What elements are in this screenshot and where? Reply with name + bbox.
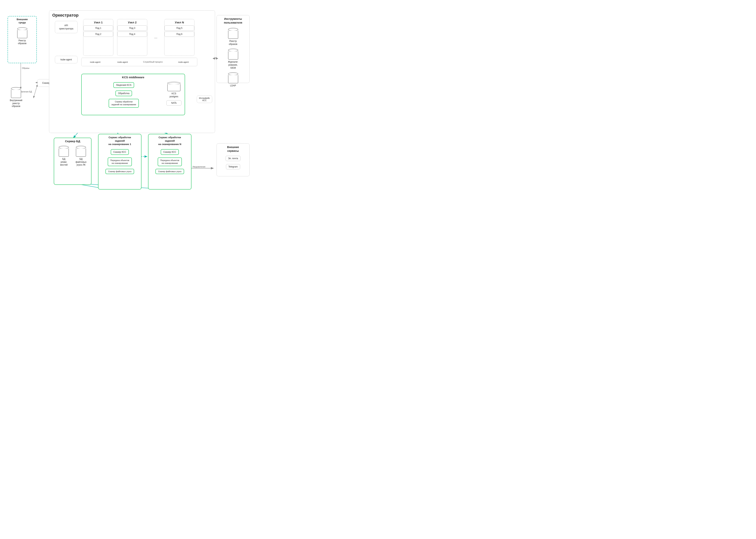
pod2-box: Под 2 — [83, 32, 113, 37]
email-label: Эл. почта — [228, 157, 238, 160]
pod5-box: Под 5 — [165, 26, 194, 31]
tools-logging-cylinder: Журнали-рование,SIEM — [228, 48, 238, 69]
svg-line-1 — [34, 85, 38, 98]
pod6-box: Под 6 — [165, 32, 194, 37]
tools-registry: Реестробразов — [228, 28, 238, 46]
pod1-label: Под 1 — [95, 27, 101, 30]
dots: ... — [151, 31, 161, 42]
scanN-file-scanner-label: Сканер файловых угроз — [158, 170, 181, 173]
pod2-label: Под 2 — [95, 33, 101, 36]
nodeN-title: Узел N — [165, 19, 194, 25]
kcs-middleware-box: KCS middleware Лицензия KCS Обработка Се… — [81, 74, 185, 115]
node-agent-2-label: node-agent — [116, 61, 129, 63]
kcs-interface-box: Интерфейс КСС — [197, 96, 212, 103]
tools-logging-label: Журнали-рование,SIEM — [228, 60, 238, 69]
scanN-kcs-scanner: Сканер КСС — [161, 149, 179, 155]
nodeN-box: Узел N Под 5 Под 6 — [164, 19, 194, 56]
scanN-kcs-label: Сканер КСС — [163, 151, 176, 153]
external-registry-cylinder: Реестробразов — [17, 27, 27, 45]
license-kcs-label: Лицензия KCS — [116, 84, 131, 86]
kube-agent-box: kube-agent — [55, 56, 78, 63]
scan-service-n-title: Сервис обработкизаданийна сканирование N — [148, 134, 191, 147]
scan-task-server-box: Сервер обработкизаданий на сканирование — [109, 99, 139, 108]
pod5-label: Под 5 — [176, 27, 183, 30]
diagram-root: Образы Обновления БД Rest API Rest API R… — [6, 6, 259, 187]
pod4-box: Под 4 — [117, 32, 147, 37]
node-agents-row: node-agent node-agent Служебный процесс … — [81, 58, 197, 66]
telegram-box: Telegram — [226, 164, 240, 169]
scan1-transfer-label: Передача объектовна сканирование — [110, 159, 129, 164]
tools-registry-cylinder: Реестробразов — [228, 28, 238, 46]
server-bd-box: Сервер БД БДуязви-мостей БДфайловыхугроз… — [54, 138, 92, 185]
internal-registry-label: Внутреннийреестробразов — [10, 99, 22, 108]
tools-ldap-cylinder: LDAP — [228, 72, 238, 87]
scan1-transfer: Передача объектовна сканирование — [108, 157, 132, 166]
tools-ldap-label: LDAP — [230, 84, 236, 87]
user-tools-box: Инструментыпользователя Реестробразов Жу… — [216, 15, 250, 83]
kcs-postgres-label: KCSpostgres — [170, 92, 178, 98]
external-env-title: Внешняясреда — [8, 16, 37, 25]
license-kcs-box: Лицензия KCS — [113, 82, 134, 88]
internal-registry-container: Внутреннийреестробразов — [10, 87, 22, 108]
pod1-box: Под 1 — [83, 26, 113, 31]
external-registry-label: Реестробразов — [18, 39, 27, 45]
scan-task-server-label: Сервер обработкизаданий на сканирование — [111, 101, 136, 106]
scan-service-1-title: Сервис обработкизаданийна сканирование 1 — [99, 134, 141, 147]
processing-label: Обработка — [118, 92, 129, 95]
orchestrator-box: Оркестратор APIоркестратора kube-agent У… — [49, 10, 215, 133]
orchestrator-title: Оркестратор — [49, 11, 215, 19]
internal-registry-cylinder: Внутреннийреестробразов — [10, 87, 22, 108]
api-orchestrator-box: APIоркестратора — [55, 21, 78, 33]
node2-title: Узел 2 — [117, 19, 147, 25]
nats-box: NATs — [166, 100, 182, 106]
api-orchestrator-label: APIоркестратора — [59, 24, 73, 30]
external-services-title: Внешниесервисы — [217, 143, 249, 154]
pod6-label: Под 6 — [176, 33, 183, 36]
images-label: Образы — [22, 67, 30, 69]
kube-agent-label: kube-agent — [60, 58, 72, 61]
scanN-transfer-label: Передача объектовна сканирование — [160, 159, 179, 164]
scan1-kcs-label: Сканер КСС — [113, 151, 126, 153]
processing-box: Обработка — [115, 91, 132, 96]
telegram-label: Telegram — [228, 165, 238, 168]
node2-box: Узел 2 Под 3 Под 4 — [117, 19, 147, 56]
nats-label: NATs — [171, 102, 177, 104]
user-tools-arrow — [213, 56, 218, 60]
external-services-box: Внешниесервисы Эл. почта Telegram — [216, 143, 250, 176]
bd-file-threats-cylinder: БДфайловыхугроз ЛК — [75, 145, 86, 167]
bd-vulnerabilities-cylinder: БДуязви-мостей — [59, 145, 69, 167]
scan1-file-scanner-label: Сканер файловых угроз — [108, 170, 131, 173]
scanN-file-scanner: Сканер файловых угроз — [155, 169, 184, 174]
pod4-label: Под 4 — [129, 33, 135, 36]
bd-file-threats-label: БДфайловыхугроз ЛК — [75, 158, 86, 167]
kcs-middleware-title: KCS middleware — [82, 74, 185, 80]
tools-ldap: LDAP — [228, 72, 238, 87]
bd-vulnerabilities-label: БДуязви-мостей — [60, 158, 68, 167]
scan1-file-scanner: Сканер файловых угроз — [106, 169, 134, 174]
scan-service-1-box: Сервис обработкизаданийна сканирование 1… — [98, 134, 141, 190]
node-agent-3-label: node-agent — [177, 61, 190, 63]
pod3-label: Под 3 — [129, 27, 135, 30]
notifications-label: Уведомления — [192, 166, 205, 168]
node1-title: Узел 1 — [83, 19, 113, 25]
bidirectional-arrow-svg — [213, 56, 218, 60]
service-process-label: Служебный процесс — [143, 60, 163, 63]
tools-registry-label: Реестробразов — [229, 40, 237, 46]
node-agent-1-label: node-agent — [89, 61, 102, 63]
server-bd-title: Сервер БД — [54, 138, 91, 143]
scan-service-n-box: Сервис обработкизаданийна сканирование N… — [148, 134, 191, 190]
kcs-interface-label: Интерфейс КСС — [197, 97, 212, 102]
node1-box: Узел 1 Под 1 Под 2 — [83, 19, 113, 56]
scan1-kcs-scanner: Сканер КСС — [111, 149, 129, 155]
user-tools-title: Инструментыпользователя — [217, 15, 249, 26]
kcs-postgres-cylinder: KCSpostgres — [167, 81, 181, 98]
tools-logging: Журнали-рование,SIEM — [228, 48, 238, 69]
pod3-box: Под 3 — [117, 26, 147, 31]
scanN-transfer: Передача объектовна сканирование — [158, 157, 182, 166]
email-box: Эл. почта — [226, 156, 241, 161]
external-env-box: Внешняясреда Реестробразов — [8, 16, 37, 63]
